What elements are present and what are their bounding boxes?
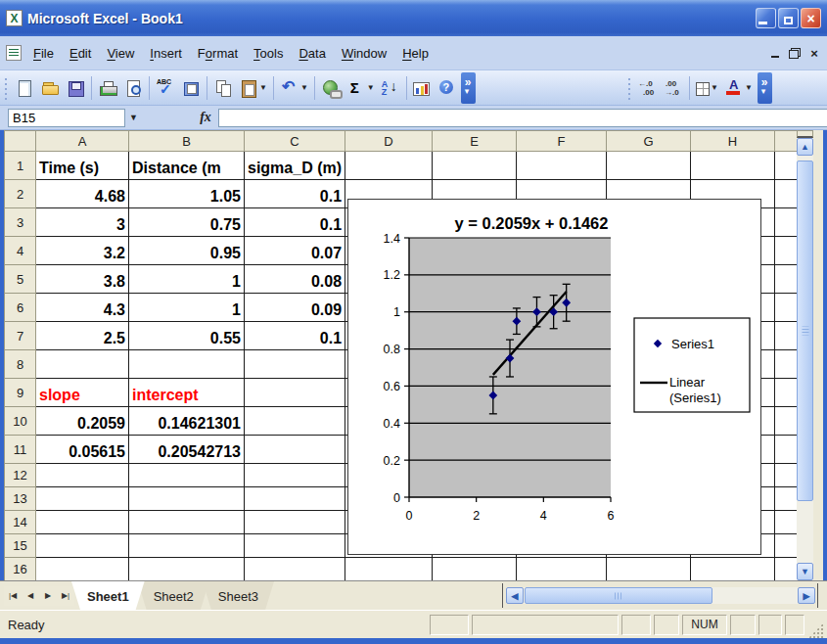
row-header-13[interactable]: 13 [5, 487, 36, 511]
cell-B13[interactable] [129, 487, 245, 511]
cell-A9[interactable]: slope [36, 379, 129, 407]
row-header-8[interactable]: 8 [5, 350, 36, 379]
row-header-12[interactable]: 12 [5, 464, 36, 487]
toolbar-options-button[interactable] [461, 72, 476, 104]
copy-button[interactable] [210, 75, 236, 101]
formula-input[interactable] [218, 109, 827, 127]
paste-button[interactable]: ▼ [236, 75, 270, 101]
row-header-14[interactable]: 14 [5, 511, 36, 534]
workbook-minimize-button[interactable] [766, 45, 784, 61]
cell-C9[interactable] [245, 379, 345, 407]
menu-file[interactable]: File [25, 43, 62, 64]
cell-C14[interactable] [245, 511, 345, 534]
research-button[interactable] [178, 75, 204, 101]
cell-D16[interactable] [345, 558, 433, 581]
cell-C16[interactable] [245, 558, 345, 581]
column-header-C[interactable]: C [245, 131, 345, 152]
embedded-chart[interactable]: 00.20.40.60.811.21.40246y = 0.2059x + 0.… [347, 199, 761, 555]
cell-B6[interactable]: 1 [129, 294, 245, 322]
workbook-restore-button[interactable] [786, 45, 804, 61]
cell-B10[interactable]: 0.14621301 [129, 407, 245, 436]
spelling-button[interactable] [153, 75, 178, 101]
scroll-down-button[interactable]: ▼ [797, 563, 813, 580]
toolbar-grip[interactable] [627, 76, 632, 100]
column-header-D[interactable]: D [345, 131, 433, 152]
cell-B14[interactable] [129, 511, 245, 534]
row-header-3[interactable]: 3 [5, 208, 36, 237]
cell-D1[interactable] [345, 152, 433, 180]
scroll-right-button[interactable]: ▶ [798, 587, 815, 604]
insert-hyperlink-button[interactable] [318, 75, 344, 101]
cell-B1[interactable]: Distance (m [129, 152, 245, 180]
cell-C13[interactable] [245, 487, 345, 511]
insert-function-button[interactable]: fx [193, 109, 218, 127]
cell-A12[interactable] [36, 464, 129, 487]
menu-data[interactable]: Data [291, 43, 333, 64]
cell-G1[interactable] [607, 152, 691, 180]
cell-A10[interactable]: 0.2059 [36, 407, 129, 436]
row-header-15[interactable]: 15 [5, 534, 36, 558]
menu-window[interactable]: Window [334, 43, 394, 64]
tab-last-button[interactable]: ▶| [57, 586, 74, 606]
menu-format[interactable]: Format [190, 43, 246, 64]
cell-B16[interactable] [129, 558, 245, 581]
autosum-button[interactable]: ▼ [344, 75, 378, 101]
row-header-2[interactable]: 2 [5, 180, 36, 208]
cell-C3[interactable]: 0.1 [245, 208, 345, 237]
print-button[interactable] [95, 75, 120, 101]
row-header-4[interactable]: 4 [5, 237, 36, 265]
sheet-tab-sheet2[interactable]: Sheet2 [138, 581, 209, 610]
vertical-scrollbar[interactable]: ▲ ▼ [797, 130, 813, 580]
tab-next-button[interactable]: ▶ [39, 586, 57, 606]
row-header-6[interactable]: 6 [5, 294, 36, 322]
cell-C8[interactable] [245, 350, 345, 379]
autosum-dropdown-arrow[interactable]: ▼ [367, 83, 375, 92]
cell-B8[interactable] [129, 350, 245, 379]
menu-insert[interactable]: Insert [142, 43, 190, 64]
cell-C7[interactable]: 0.1 [245, 322, 345, 350]
scroll-split-handle[interactable] [797, 130, 813, 138]
menu-tools[interactable]: Tools [246, 43, 291, 64]
cell-G16[interactable] [607, 558, 691, 581]
font-color-button[interactable]: ▼ [721, 75, 756, 101]
column-header-B[interactable]: B [129, 131, 245, 152]
undo-button[interactable]: ▼ [277, 75, 311, 101]
cell-F16[interactable] [517, 558, 607, 581]
menu-edit[interactable]: Edit [62, 43, 99, 64]
cell-B9[interactable]: intercept [129, 379, 245, 407]
borders-button[interactable]: ▼ [693, 75, 721, 101]
cell-C4[interactable]: 0.07 [245, 237, 345, 265]
cell-A1[interactable]: Time (s) [36, 152, 129, 180]
cell-B2[interactable]: 1.05 [129, 180, 245, 208]
cell-A7[interactable]: 2.5 [36, 322, 129, 350]
cell-B5[interactable]: 1 [129, 265, 245, 294]
new-document-button[interactable] [12, 75, 37, 101]
name-box[interactable]: B15 [8, 109, 125, 127]
borders-dropdown-arrow[interactable]: ▼ [711, 83, 718, 92]
menu-help[interactable]: Help [394, 43, 436, 64]
cell-A4[interactable]: 3.2 [36, 237, 129, 265]
paste-dropdown-arrow[interactable]: ▼ [259, 83, 267, 92]
cell-F1[interactable] [517, 152, 607, 180]
column-header-F[interactable]: F [517, 131, 607, 152]
cell-A16[interactable] [36, 558, 129, 581]
minimize-button[interactable] [756, 8, 776, 28]
row-header-11[interactable]: 11 [5, 436, 36, 464]
sort-ascending-button[interactable] [378, 75, 403, 101]
maximize-button[interactable] [778, 8, 799, 28]
column-header-E[interactable]: E [433, 131, 517, 152]
workbook-close-button[interactable]: × [805, 45, 823, 61]
cell-B12[interactable] [129, 464, 245, 487]
row-header-10[interactable]: 10 [5, 407, 36, 436]
row-header-1[interactable]: 1 [5, 152, 36, 180]
scroll-left-button[interactable]: ◀ [506, 587, 524, 604]
row-header-9[interactable]: 9 [5, 379, 36, 407]
increase-decimal-button[interactable] [635, 75, 661, 101]
horizontal-scroll-track[interactable] [524, 587, 798, 604]
print-preview-button[interactable] [120, 75, 146, 101]
undo-dropdown-arrow[interactable]: ▼ [300, 83, 308, 92]
help-button[interactable] [434, 75, 459, 101]
cell-A8[interactable] [36, 350, 129, 379]
row-header-16[interactable]: 16 [5, 558, 36, 581]
cell-H1[interactable] [691, 152, 775, 180]
